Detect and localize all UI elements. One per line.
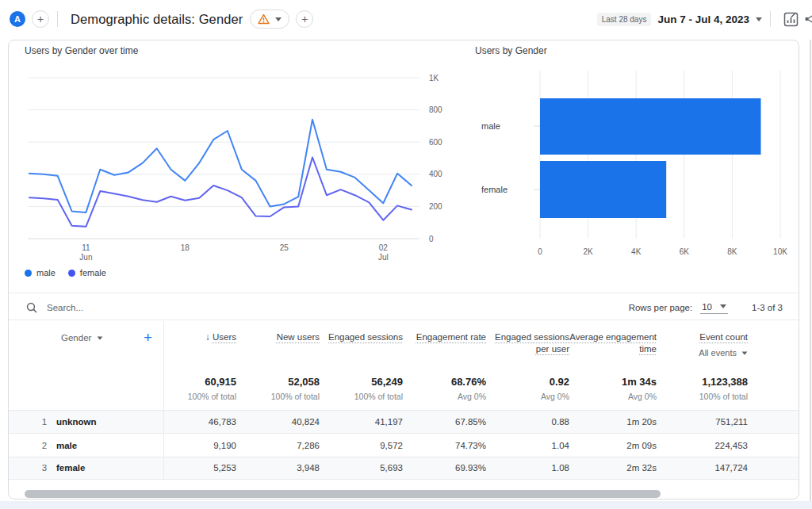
metric-value: 74.73% (455, 441, 486, 450)
event-filter-dropdown[interactable]: All events (657, 347, 748, 359)
row-dimension-cell: 2male (9, 441, 163, 450)
svg-text:400: 400 (429, 170, 442, 178)
column-header-engaged-sessions[interactable]: Engaged sessions (320, 321, 403, 369)
table-row-male[interactable]: 2male9,1907,2869,57274.73%1.042m 09s224,… (9, 433, 799, 456)
date-range-selector[interactable]: Jun 7 - Jul 4, 2023 (657, 13, 762, 25)
total-sublabel: Avg 0% (486, 392, 569, 401)
row-dimension-cell: 1unknown (9, 417, 163, 427)
date-range-label: Jun 7 - Jul 4, 2023 (657, 13, 749, 25)
total-sublabel: Avg 0% (403, 392, 486, 401)
search-input[interactable] (45, 302, 283, 313)
users-over-time-line-chart[interactable]: 02004006008001K11Jun182502Jul (23, 66, 459, 264)
metric-value: 69.93% (455, 463, 486, 473)
column-header-label: Users (213, 332, 236, 342)
header-right-controls: Last 28 days Jun 7 - Jul 4, 2023 (597, 11, 812, 27)
legend-item-male[interactable]: male (25, 268, 56, 277)
sort-descending-icon: ↓ (205, 331, 210, 343)
data-quality-indicator[interactable] (250, 10, 289, 29)
rows-per-page-select[interactable]: 10 (700, 302, 728, 314)
column-header-label: Engaged sessions (328, 332, 403, 342)
metric-value: 3,948 (297, 463, 320, 473)
section-divider (9, 320, 799, 320)
totals-cell: 52,058100% of total (236, 369, 320, 410)
users-by-gender-bar-chart[interactable]: 02K4K6K8K10Kmalefemale (475, 63, 794, 261)
total-value: 52,058 (236, 376, 320, 388)
column-header-key-events[interactable]: Key eventsAll events (748, 321, 799, 369)
total-value: 56,249 (320, 376, 403, 388)
svg-text:0: 0 (538, 247, 542, 256)
column-header-users[interactable]: ↓Users (163, 321, 236, 369)
column-header-label: New users (277, 332, 320, 342)
column-header-average-engagement-time[interactable]: Average engagement time (569, 321, 657, 369)
column-header-event-count[interactable]: Event countAll events (657, 321, 748, 369)
total-sublabel: 100% of total (320, 392, 403, 401)
rows-per-page-value: 10 (702, 302, 712, 312)
svg-text:18: 18 (181, 243, 190, 252)
svg-text:10K: 10K (773, 247, 787, 256)
metric-cell: 69.93% (403, 463, 486, 473)
total-sublabel: 100% of total (657, 392, 748, 401)
metric-cell: 5,253 (163, 463, 236, 473)
filter-value: All events (699, 347, 737, 359)
svg-text:Jun: Jun (79, 253, 92, 262)
svg-text:600: 600 (429, 138, 442, 147)
metric-cell: 7,286 (236, 441, 320, 450)
plus-icon: + (37, 13, 44, 25)
horizontal-scrollbar-thumb[interactable] (25, 490, 661, 498)
metric-cell: 224,453 (657, 441, 748, 450)
share-report-button[interactable] (803, 11, 812, 27)
metric-cell: 40,824 (236, 417, 320, 427)
metric-value: 9,190 (213, 441, 236, 450)
svg-text:2K: 2K (583, 247, 593, 256)
avatar[interactable]: A (10, 11, 25, 27)
add-comparison-button[interactable]: + (32, 10, 49, 28)
metric-value: 2m 09s (626, 441, 657, 450)
column-header-label: Engaged sessions per user (495, 332, 569, 354)
metric-cell: 9,572 (320, 441, 403, 450)
dimension-label: Gender (61, 333, 91, 343)
row-dimension-cell: 3female (9, 463, 163, 473)
metric-cell: 751,211 (657, 417, 748, 427)
customize-report-button[interactable] (783, 12, 799, 27)
metric-value: 0.88 (552, 417, 569, 427)
female-series-dot (68, 270, 75, 277)
table-row-female[interactable]: 3female5,2533,9485,69369.93%1.082m 32s14… (9, 457, 799, 480)
metric-cell: 46,783 (163, 417, 236, 427)
column-header-engagement-rate[interactable]: Engagement rate (403, 321, 486, 369)
totals-cell: 1,123,388100% of total (657, 369, 748, 410)
add-dimension-button[interactable]: + (144, 330, 152, 345)
page-background-strip (0, 501, 812, 509)
chevron-down-icon (98, 336, 103, 339)
column-header-engaged-sessions-per-user[interactable]: Engaged sessions per user (486, 321, 569, 369)
dimension-value: female (56, 463, 163, 473)
dimension-header-gender[interactable]: Gender+ (9, 321, 163, 369)
column-header-new-users[interactable]: New users (236, 321, 320, 369)
table-totals-row: 60,915100% of total52,058100% of total56… (9, 369, 799, 410)
page-title: Demographic details: Gender (71, 12, 243, 27)
svg-text:male: male (481, 121, 500, 131)
metric-cell: 0.88 (486, 417, 569, 427)
legend-item-female[interactable]: female (68, 268, 106, 277)
total-value: 68.76% (403, 376, 486, 388)
pagination-range: 1-3 of 3 (752, 303, 783, 312)
event-filter-dropdown[interactable]: All events (748, 347, 799, 359)
metric-value: 41,197 (375, 417, 403, 427)
window-scrollbar[interactable] (810, 40, 811, 501)
add-report-button[interactable]: + (296, 10, 313, 28)
line-chart-title: Users by Gender over time (25, 45, 138, 56)
svg-text:0: 0 (429, 235, 434, 243)
rows-per-page-label: Rows per page: (629, 303, 693, 312)
table-header-row: Gender+↓UsersNew usersEngaged sessionsEn… (9, 321, 799, 369)
line-chart-legend: male female (25, 268, 106, 277)
bar-chart-title: Users by Gender (475, 45, 547, 56)
metric-cell: 2m 09s (569, 441, 657, 450)
date-preset-badge: Last 28 days (597, 13, 652, 26)
metric-cell: 1.04 (486, 441, 569, 450)
column-header-label: Engagement rate (416, 332, 486, 342)
metric-cell: 3,948 (236, 463, 320, 473)
metric-value: 1.08 (552, 463, 569, 473)
total-sublabel: Avg 0% (569, 392, 657, 401)
svg-text:6K: 6K (680, 247, 690, 256)
pagination-controls: Rows per page: 10 1-3 of 3 (629, 298, 783, 317)
table-row-unknown[interactable]: 1unknown46,78340,82441,19767.85%0.881m 2… (9, 410, 799, 433)
